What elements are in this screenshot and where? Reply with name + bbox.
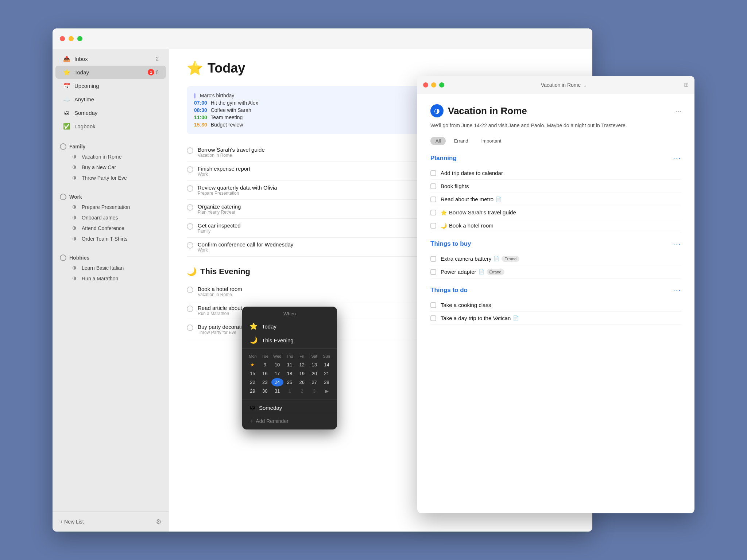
conference-label: Attend Conference [82, 225, 124, 231]
borrow-star-icon: ⭐ [441, 210, 447, 215]
rome-checkbox-hotel[interactable] [430, 223, 436, 229]
cal-cell-next-month[interactable]: ▶ [321, 387, 333, 395]
task-checkbox-hotel[interactable] [187, 287, 193, 293]
sidebar-item-buy-car[interactable]: ◑ Buy a New Car [55, 162, 166, 172]
when-item-evening[interactable]: 🌙 This Evening [242, 333, 337, 347]
rome-close-button[interactable] [423, 82, 428, 88]
filter-important[interactable]: Important [476, 137, 506, 145]
when-item-today[interactable]: ⭐ Today [242, 319, 337, 333]
todo-more-button[interactable]: ··· [673, 286, 681, 294]
rome-window-action-icon[interactable]: ⊞ [684, 81, 689, 88]
when-add-reminder[interactable]: + Add Reminder [242, 414, 337, 429]
cal-cell-star[interactable]: ★ [247, 361, 259, 369]
sidebar-item-italian[interactable]: ◑ Learn Basic Italian [55, 263, 166, 273]
rome-checkbox-adapter[interactable] [430, 269, 436, 275]
cal-cell-28[interactable]: 28 [321, 378, 333, 386]
inbox-icon: 📥 [63, 55, 71, 63]
cal-cell-19[interactable]: 19 [296, 369, 308, 378]
rome-checkbox-metro[interactable] [430, 197, 436, 202]
task-checkbox-party-dec[interactable] [187, 324, 193, 331]
rome-title-bar: Vacation in Rome ⌄ ⊞ [417, 76, 694, 94]
cal-cell-1-next[interactable]: 1 [284, 387, 296, 395]
cal-cell-20[interactable]: 20 [308, 369, 320, 378]
presentation-label: Prepare Presentation [82, 204, 130, 210]
cal-cell-25[interactable]: 25 [284, 378, 296, 386]
cal-cell-13[interactable]: 13 [308, 361, 320, 369]
cal-cell-15[interactable]: 15 [247, 369, 259, 378]
sidebar-item-upcoming[interactable]: 📅 Upcoming [55, 79, 166, 92]
cal-cell-2-next[interactable]: 2 [296, 387, 308, 395]
when-item-someday[interactable]: 🗂 Someday [242, 401, 337, 414]
filter-all[interactable]: All [430, 137, 446, 145]
task-checkbox-confirm[interactable] [187, 242, 193, 249]
sidebar-item-marathon[interactable]: ◑ Run a Marathon [55, 273, 166, 284]
cal-cell-30[interactable]: 30 [259, 387, 271, 395]
cal-cell-21[interactable]: 21 [321, 369, 333, 378]
sidebar-item-today[interactable]: ⭐ Today 1 8 [55, 66, 166, 79]
planning-section-header: Planning ··· [430, 154, 681, 162]
cal-cell-26[interactable]: 26 [296, 378, 308, 386]
cal-cell-10[interactable]: 10 [271, 361, 283, 369]
task-checkbox-expense[interactable] [187, 166, 193, 173]
inbox-count: 2 [156, 56, 159, 62]
planning-more-button[interactable]: ··· [673, 154, 681, 162]
task-checkbox-borrow[interactable] [187, 147, 193, 154]
sidebar-item-vacation-rome[interactable]: ◑ Vacation in Rome [55, 152, 166, 162]
when-someday-label: Someday [259, 405, 282, 411]
maximize-button[interactable] [77, 36, 82, 41]
cal-cell-27[interactable]: 27 [308, 378, 320, 386]
rome-checkbox-flights[interactable] [430, 183, 436, 189]
rome-minimize-button[interactable] [431, 82, 436, 88]
rome-task-flights: Book flights [430, 180, 681, 193]
metro-note-icon: 📄 [496, 197, 502, 202]
marathon-icon: ◑ [72, 275, 79, 282]
cal-cell-31[interactable]: 31 [271, 387, 283, 395]
sidebar-item-someday[interactable]: 🗂 Someday [55, 106, 166, 119]
rome-maximize-button[interactable] [439, 82, 444, 88]
settings-icon[interactable]: ⚙ [156, 518, 162, 526]
buy-more-button[interactable]: ··· [673, 240, 681, 248]
rome-header: ◑ Vacation in Rome ··· [430, 104, 681, 117]
task-checkbox-catering[interactable] [187, 204, 193, 211]
sidebar-item-logbook[interactable]: ✅ Logbook [55, 120, 166, 133]
sidebar-item-conference[interactable]: ◑ Attend Conference [55, 223, 166, 233]
cal-cell-29[interactable]: 29 [247, 387, 259, 395]
sidebar-item-tshirts[interactable]: ◑ Order Team T-Shirts [55, 234, 166, 244]
rome-task-label-hotel: 🌙 Book a hotel room [441, 222, 494, 229]
sidebar-item-presentation[interactable]: ◑ Prepare Presentation [55, 202, 166, 212]
sidebar-item-inbox[interactable]: 📥 Inbox 2 [55, 52, 166, 65]
minimize-button[interactable] [69, 36, 74, 41]
cal-cell-14[interactable]: 14 [321, 361, 333, 369]
cal-cell-18[interactable]: 18 [284, 369, 296, 378]
rome-checkbox-vatican[interactable] [430, 315, 436, 321]
close-button[interactable] [60, 36, 65, 41]
calendar-days-header: Mon Tue Wed Thu Fri Sat Sun [247, 353, 333, 359]
cal-cell-9[interactable]: 9 [259, 361, 271, 369]
rome-list-label: Vacation in Rome [82, 154, 121, 160]
rome-list-icon: ◑ [72, 153, 79, 160]
filter-errand[interactable]: Errand [449, 137, 473, 145]
sidebar-item-party-eve[interactable]: ◑ Throw Party for Eve [55, 173, 166, 183]
cal-cell-24-today[interactable]: 24 [271, 378, 283, 386]
sidebar-item-onboard[interactable]: ◑ Onboard James [55, 213, 166, 223]
rome-task-hotel: 🌙 Book a hotel room [430, 219, 681, 232]
today-label: Today [74, 69, 148, 75]
task-checkbox-quarterly[interactable] [187, 185, 193, 192]
cal-cell-23[interactable]: 23 [259, 378, 271, 386]
cal-cell-12[interactable]: 12 [296, 361, 308, 369]
task-checkbox-car[interactable] [187, 223, 193, 230]
cal-cell-11[interactable]: 11 [284, 361, 296, 369]
new-list-button[interactable]: + New List [60, 519, 84, 525]
moon-icon: 🌙 [187, 267, 197, 276]
sidebar-item-anytime[interactable]: ☁️ Anytime [55, 93, 166, 106]
rome-more-button[interactable]: ··· [675, 107, 681, 115]
cal-cell-16[interactable]: 16 [259, 369, 271, 378]
task-checkbox-article[interactable] [187, 306, 193, 312]
rome-checkbox-cooking[interactable] [430, 302, 436, 308]
cal-cell-22[interactable]: 22 [247, 378, 259, 386]
rome-checkbox-add-dates[interactable] [430, 170, 436, 176]
cal-cell-17[interactable]: 17 [271, 369, 283, 378]
cal-cell-3-next[interactable]: 3 [308, 387, 320, 395]
rome-checkbox-borrow[interactable] [430, 210, 436, 215]
rome-checkbox-battery[interactable] [430, 256, 436, 262]
